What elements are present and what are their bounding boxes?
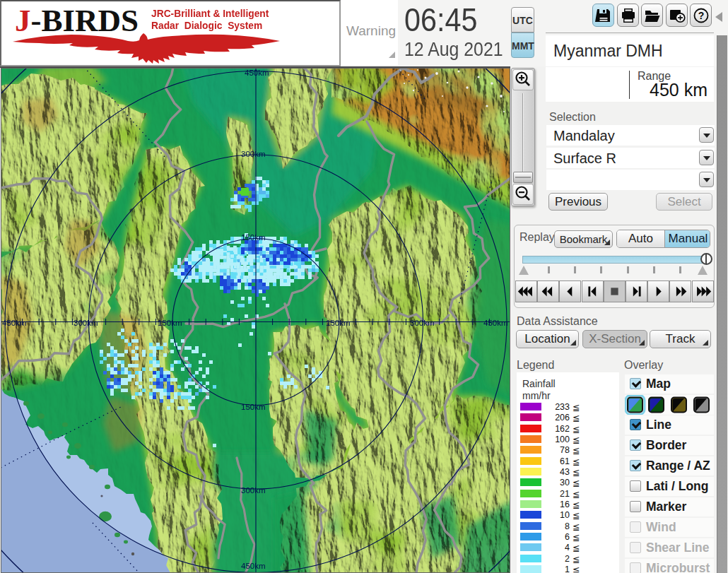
svg-text:450km: 450km: [245, 69, 269, 77]
svg-text:?: ?: [698, 10, 705, 21]
svg-text:150km: 150km: [158, 319, 182, 327]
svg-text:300km: 300km: [74, 319, 98, 327]
svg-text:150km: 150km: [326, 319, 351, 327]
svg-text:150km: 150km: [241, 403, 266, 411]
svg-text:450km: 450km: [241, 562, 266, 570]
svg-text:150km: 150km: [241, 233, 266, 242]
svg-text:300km: 300km: [241, 486, 266, 495]
svg-text:300km: 300km: [410, 319, 435, 327]
svg-text:450km: 450km: [483, 319, 508, 327]
svg-text:300km: 300km: [241, 150, 266, 158]
svg-text:450km: 450km: [2, 319, 27, 327]
